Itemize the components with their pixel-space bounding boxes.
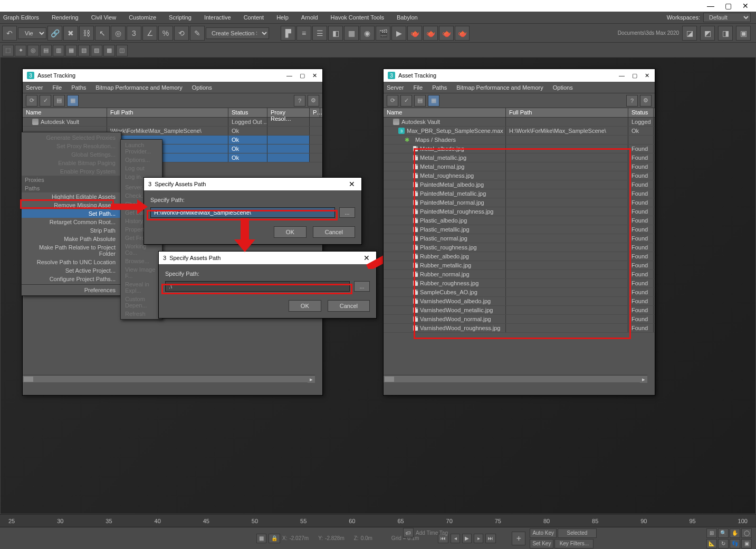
workspaces-dropdown[interactable]: Default: [703, 13, 751, 22]
transform-type-button[interactable]: ▦: [256, 534, 266, 543]
sec-btn-4[interactable]: ▤: [40, 45, 52, 56]
file-row[interactable]: VarnishedWood_metallic.jpgFound: [384, 306, 655, 315]
menu-item-set-active-project-[interactable]: Set Active Project...: [22, 266, 121, 275]
refresh-button[interactable]: ⟳: [387, 95, 398, 107]
refresh-button[interactable]: ⟳: [26, 95, 37, 107]
key-mode-button[interactable]: +: [512, 532, 525, 545]
menu-item-configure-project-paths-[interactable]: Configure Project Paths...: [22, 275, 121, 283]
sec-btn-9[interactable]: ▩: [103, 45, 115, 56]
col-p[interactable]: P…: [310, 108, 320, 117]
menu-civil-view[interactable]: Civil View: [91, 13, 116, 22]
settings-button[interactable]: ⚙: [308, 95, 319, 107]
auto-key-button[interactable]: Auto Key: [530, 528, 557, 538]
file-row[interactable]: PaintedMetal_metallic.jpgFound: [384, 189, 655, 198]
menu-item[interactable]: Generate Selected Proxies: [22, 133, 121, 142]
play-button[interactable]: ▶: [462, 534, 472, 543]
menu-item-strip-path[interactable]: Strip Path: [22, 226, 121, 235]
submenu-item[interactable]: Reveal in Expl...: [121, 280, 162, 295]
dialog-titlebar[interactable]: 3 Specify Assets Path ✕: [159, 252, 376, 264]
mirror-button[interactable]: ▛: [281, 26, 295, 41]
teapot1-button[interactable]: 🫖: [407, 26, 422, 41]
cancel-button[interactable]: Cancel: [313, 226, 355, 238]
link-button[interactable]: 🔗: [47, 26, 62, 41]
file-row[interactable]: Rubber_normal.jpgFound: [384, 270, 655, 279]
tree-button[interactable]: ▤: [414, 95, 426, 107]
file-row[interactable]: Rubber_albedo.jpgFound: [384, 252, 655, 261]
cancel-button[interactable]: Cancel: [328, 300, 370, 312]
col-name[interactable]: Name: [384, 108, 506, 117]
file-row[interactable]: Rubber_metallic.jpgFound: [384, 261, 655, 270]
file-row[interactable]: Plastic_normal.jpgFound: [384, 234, 655, 243]
toolbar-extra1[interactable]: ◪: [682, 26, 697, 41]
file-row[interactable]: VarnishedWood_roughness.jpgFound: [384, 324, 655, 333]
menu-item-preferences[interactable]: Preferences: [22, 286, 121, 294]
table-button[interactable]: ▦: [67, 95, 79, 107]
horizontal-scrollbar[interactable]: ▸: [23, 375, 315, 382]
teapot2-button[interactable]: 🫖: [423, 26, 438, 41]
zoom-button[interactable]: 🔍: [718, 528, 729, 538]
panel-menu-server[interactable]: Server: [26, 84, 43, 91]
path-input[interactable]: [165, 281, 350, 292]
key-filters-button[interactable]: Key Filters...: [554, 539, 594, 548]
sec-btn-3[interactable]: ◎: [27, 45, 39, 56]
minimize-icon[interactable]: —: [619, 72, 625, 79]
goto-end-button[interactable]: ⏭: [485, 534, 496, 543]
vault-row[interactable]: Autodesk Vault Logged Out ...: [23, 118, 322, 127]
walk-button[interactable]: 👣: [730, 539, 740, 548]
file-row[interactable]: PaintedMetal_albedo.jpgFound: [384, 180, 655, 189]
menu-rendering[interactable]: Rendering: [52, 13, 79, 22]
menu-item-make-path-absolute[interactable]: Make Path Absolute: [22, 235, 121, 243]
submenu-item[interactable]: Options...: [121, 156, 162, 164]
angle-snap-button[interactable]: ∠: [142, 26, 157, 41]
sec-btn-5[interactable]: ▥: [53, 45, 64, 56]
col-status[interactable]: Status: [628, 108, 654, 117]
menu-item[interactable]: Set Proxy Resolution...: [22, 142, 121, 150]
menu-item[interactable]: Enable Proxy System: [22, 167, 121, 176]
undo-button[interactable]: ↶: [2, 26, 17, 41]
sec-btn-7[interactable]: ▧: [78, 45, 90, 56]
file-row[interactable]: PaintedMetal_roughness.jpgFound: [384, 207, 655, 216]
edit-selection-button[interactable]: ✎: [190, 26, 205, 41]
close-icon[interactable]: ✕: [363, 254, 376, 262]
menu-arnold[interactable]: Arnold: [301, 13, 318, 22]
unlink-button[interactable]: ✖: [63, 26, 78, 41]
submenu-item[interactable]: Browse...: [121, 257, 162, 265]
menu-babylon[interactable]: Babylon: [397, 13, 418, 22]
panel-menu-paths[interactable]: Paths: [71, 84, 86, 91]
dialog-titlebar[interactable]: 3 Specify Assets Path ✕: [144, 178, 361, 190]
sec-btn-6[interactable]: ▦: [65, 45, 77, 56]
roll-button[interactable]: ↻: [718, 539, 729, 548]
set-key-button[interactable]: Set Key: [530, 539, 553, 548]
submenu-item[interactable]: Log out: [121, 164, 162, 172]
file-row[interactable]: PaintedMetal_normal.jpgFound: [384, 198, 655, 207]
close-icon[interactable]: ✕: [312, 72, 317, 79]
path-input[interactable]: [150, 207, 335, 218]
render-setup-button[interactable]: 🎬: [376, 26, 390, 41]
render-frame-button[interactable]: ▶: [391, 26, 406, 41]
menu-havok-content-tools[interactable]: Havok Content Tools: [331, 13, 384, 22]
file-row[interactable]: Rubber_roughness.jpgFound: [384, 279, 655, 288]
menu-item[interactable]: Global Settings...: [22, 150, 121, 159]
table-button[interactable]: ▦: [428, 95, 439, 107]
toolbar-extra4[interactable]: ▣: [736, 26, 751, 41]
select-button[interactable]: ↖: [95, 26, 110, 41]
ref-coord-dropdown[interactable]: View: [18, 27, 46, 39]
minimize-icon[interactable]: —: [286, 72, 292, 79]
ok-button[interactable]: OK: [289, 300, 321, 312]
submenu-item[interactable]: View Image F...: [121, 265, 162, 280]
sec-btn-1[interactable]: ⬚: [2, 45, 14, 56]
snap-button[interactable]: 3: [127, 26, 141, 41]
selection-set-dropdown[interactable]: Create Selection Se: [206, 27, 269, 39]
toolbar-extra2[interactable]: ◩: [700, 26, 715, 41]
sec-btn-8[interactable]: ▨: [91, 45, 102, 56]
toolbar-extra3[interactable]: ◨: [718, 26, 733, 41]
timeline[interactable]: 253035404550556065707580859095100: [0, 514, 756, 527]
schematic-button[interactable]: ▦: [344, 26, 359, 41]
max-viewport-button[interactable]: ▣: [741, 539, 752, 548]
next-frame-button[interactable]: ▸: [474, 534, 483, 543]
panel-titlebar[interactable]: 3 Asset Tracking — ▢ ✕: [384, 69, 655, 82]
check-button[interactable]: ✓: [400, 95, 412, 107]
panel-menu-options[interactable]: Options: [553, 84, 573, 91]
panel-menu-bitmap-performance-and-memory[interactable]: Bitmap Performance and Memory: [95, 84, 182, 91]
menu-graph-editors[interactable]: Graph Editors: [3, 13, 39, 22]
